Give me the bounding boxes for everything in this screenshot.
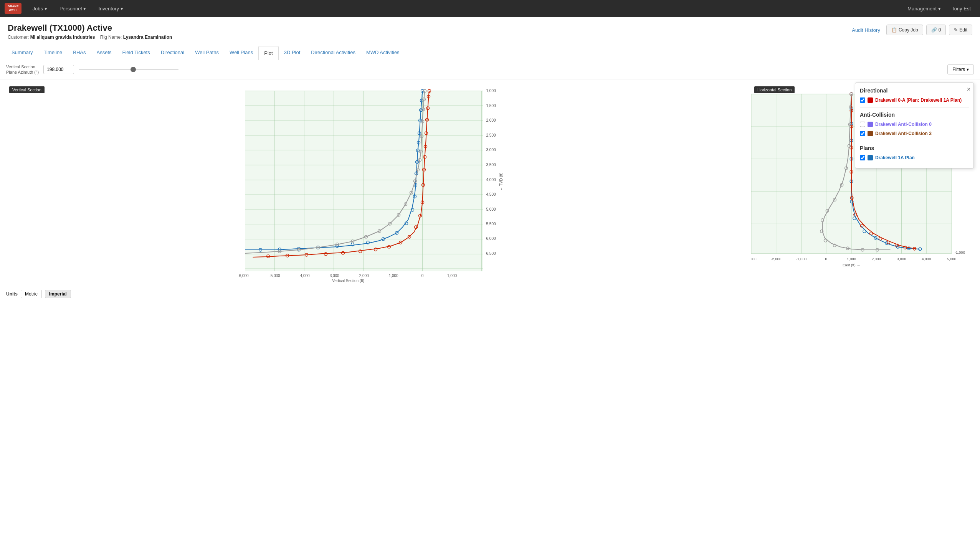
svg-text:-2,000: -2,000: [358, 274, 369, 278]
legend-color-anti-collision-3: [868, 131, 873, 136]
imperial-button[interactable]: Imperial: [45, 290, 71, 298]
tab-field-tickets[interactable]: Field Tickets: [117, 46, 155, 60]
legend-divider-2: [860, 141, 969, 141]
dropdown-icon: ▾: [967, 67, 969, 72]
edit-icon: ✎: [954, 27, 958, 33]
svg-text:-3,000: -3,000: [328, 274, 339, 278]
job-title: Drakewell (TX1000) Active: [8, 23, 172, 33]
svg-text:4,000: 4,000: [922, 257, 931, 261]
vertical-section-chart: Vertical Section: [6, 83, 745, 283]
svg-text:East (ft) →: East (ft) →: [843, 263, 860, 267]
legend-checkbox-anti-collision-0[interactable]: [860, 122, 865, 127]
attachments-button[interactable]: 🔗 0: [926, 25, 946, 35]
svg-text:1,000: 1,000: [486, 89, 496, 93]
nav-inventory[interactable]: Inventory ▾: [94, 3, 127, 14]
svg-text:3,500: 3,500: [486, 163, 496, 167]
svg-text:-3,000: -3,000: [751, 257, 757, 261]
tab-summary[interactable]: Summary: [6, 46, 38, 60]
svg-text:3,000: 3,000: [897, 257, 906, 261]
tab-3d-plot[interactable]: 3D Plot: [279, 46, 306, 60]
legend-checkbox-plan-1a[interactable]: [860, 155, 865, 160]
edit-button[interactable]: ✎ Edit: [949, 25, 972, 35]
svg-text:5,000: 5,000: [947, 257, 956, 261]
controls-row: Vertical Section Plane Azimuth (°) Filte…: [0, 60, 980, 79]
svg-text:0: 0: [421, 274, 424, 278]
svg-text:← TVD (ft): ← TVD (ft): [499, 172, 503, 191]
legend-checkbox-drakewell-0a[interactable]: [860, 97, 865, 103]
tab-directional[interactable]: Directional: [155, 46, 190, 60]
legend-item-drakewell-0a: Drakewell 0-A (Plan: Drakewell 1A Plan): [860, 97, 969, 104]
app-logo: DRAKE WELL: [5, 3, 21, 13]
legend-plans-title: Plans: [860, 145, 969, 151]
vertical-section-svg: 1,000 1,500 2,000 2,500 3,000 3,500 4,00…: [6, 83, 745, 283]
azimuth-input[interactable]: [43, 65, 74, 74]
legend-label-anti-collision-0[interactable]: Drakewell Anti-Collision 0: [875, 122, 932, 127]
vertical-section-svg-container[interactable]: 1,000 1,500 2,000 2,500 3,000 3,500 4,00…: [6, 83, 745, 283]
legend-label-anti-collision-3[interactable]: Drakewell Anti-Collision 3: [875, 131, 932, 136]
job-subtitle: Customer: Mi aliquam gravida industries …: [8, 35, 172, 40]
legend-label-plan-1a[interactable]: Drakewell 1A Plan: [875, 155, 915, 160]
legend-item-plan-1a: Drakewell 1A Plan: [860, 154, 969, 161]
rig-value: Lysandra Examination: [123, 35, 172, 40]
svg-rect-0: [245, 91, 483, 271]
legend-color-anti-collision-0: [868, 122, 873, 127]
azimuth-slider[interactable]: [79, 69, 178, 70]
svg-text:-6,000: -6,000: [238, 274, 249, 278]
legend-directional-title: Directional: [860, 87, 969, 94]
azimuth-label: Vertical Section Plane Azimuth (°): [6, 64, 39, 75]
svg-text:2,000: 2,000: [872, 257, 881, 261]
tab-well-paths[interactable]: Well Paths: [190, 46, 224, 60]
tab-timeline[interactable]: Timeline: [38, 46, 68, 60]
svg-text:1,000: 1,000: [847, 257, 856, 261]
tab-bhas[interactable]: BHAs: [68, 46, 91, 60]
svg-text:Vertical Section (ft) →: Vertical Section (ft) →: [332, 279, 369, 283]
svg-text:-1,000: -1,000: [955, 250, 965, 254]
legend-checkbox-anti-collision-3[interactable]: [860, 131, 865, 136]
tab-assets[interactable]: Assets: [91, 46, 117, 60]
nav-jobs[interactable]: Jobs ▾: [28, 3, 51, 14]
svg-text:4,500: 4,500: [486, 192, 496, 196]
svg-text:6,500: 6,500: [486, 251, 496, 256]
tab-mwd-activities[interactable]: MWD Activities: [361, 46, 405, 60]
job-header: Drakewell (TX1000) Active Customer: Mi a…: [0, 17, 980, 44]
filters-button[interactable]: Filters ▾: [947, 64, 974, 74]
legend-close-button[interactable]: ×: [967, 86, 970, 93]
tab-plot[interactable]: Plot: [258, 46, 278, 60]
legend-panel: × Directional Drakewell 0-A (Plan: Drake…: [855, 83, 974, 168]
legend-color-drakewell-0a: [868, 97, 873, 103]
svg-text:5,500: 5,500: [486, 222, 496, 226]
svg-text:5,000: 5,000: [486, 207, 496, 211]
units-label: Units: [6, 291, 18, 297]
svg-text:1,500: 1,500: [486, 104, 496, 108]
svg-text:6,000: 6,000: [486, 236, 496, 241]
audit-history-button[interactable]: Audit History: [849, 25, 883, 35]
legend-item-anti-collision-3: Drakewell Anti-Collision 3: [860, 130, 969, 137]
legend-item-anti-collision-0: Drakewell Anti-Collision 0: [860, 121, 969, 128]
tab-well-plans[interactable]: Well Plans: [224, 46, 258, 60]
copy-job-button[interactable]: 📋 Copy Job: [886, 25, 923, 35]
horizontal-section-title: Horizontal Section: [754, 86, 795, 93]
svg-text:1,000: 1,000: [447, 274, 457, 278]
customer-value: Mi aliquam gravida industries: [30, 35, 95, 40]
metric-button[interactable]: Metric: [21, 290, 42, 298]
nav-personnel[interactable]: Personnel ▾: [55, 3, 91, 14]
svg-text:3,000: 3,000: [486, 148, 496, 152]
tab-directional-activities[interactable]: Directional Activities: [306, 46, 361, 60]
nav-right: Management ▾ Tony Est: [903, 3, 975, 14]
job-header-left: Drakewell (TX1000) Active Customer: Mi a…: [8, 23, 172, 40]
svg-text:2,000: 2,000: [486, 118, 496, 122]
attachment-icon: 🔗: [931, 27, 937, 33]
legend-color-plan-1a: [868, 155, 873, 160]
svg-text:-4,000: -4,000: [299, 274, 310, 278]
nav-user[interactable]: Tony Est: [947, 3, 975, 14]
legend-anti-collision-title: Anti-Collision: [860, 112, 969, 118]
svg-text:0: 0: [825, 257, 827, 261]
vertical-section-title: Vertical Section: [9, 86, 45, 93]
svg-text:2,500: 2,500: [486, 133, 496, 137]
legend-label-drakewell-0a[interactable]: Drakewell 0-A (Plan: Drakewell 1A Plan): [875, 97, 962, 103]
job-header-right: Audit History 📋 Copy Job 🔗 0 ✎ Edit: [849, 23, 972, 35]
bottom-bar: Units Metric Imperial: [0, 287, 980, 301]
plot-area: Vertical Section: [0, 79, 980, 287]
nav-management[interactable]: Management ▾: [903, 3, 945, 14]
svg-text:4,000: 4,000: [486, 178, 496, 182]
